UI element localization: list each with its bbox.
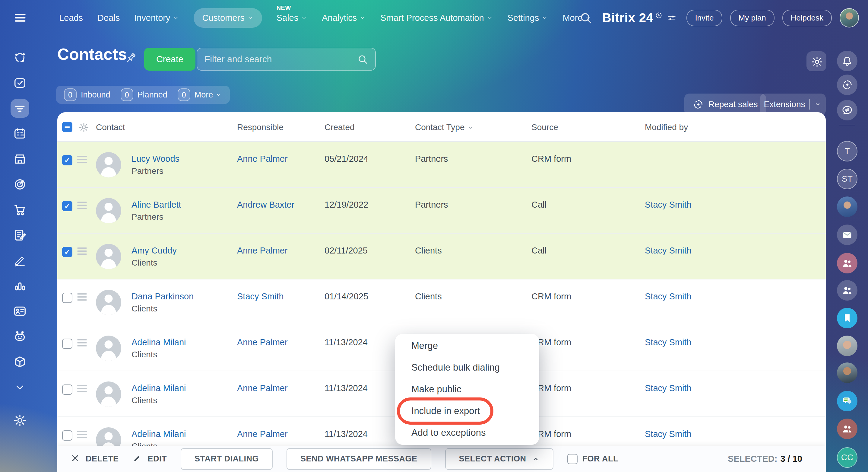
rail-item-chat-cc[interactable]: CC bbox=[837, 447, 858, 468]
modified-by-link[interactable]: Stacy Smith bbox=[645, 429, 691, 439]
for-all-control[interactable]: FOR ALL bbox=[567, 454, 618, 464]
menu-item-add-to-exceptions[interactable]: Add to exceptions bbox=[395, 422, 539, 444]
row-checkbox[interactable] bbox=[62, 384, 72, 395]
rail-item-chat-t[interactable]: T bbox=[837, 141, 858, 161]
row-checkbox[interactable]: ✓ bbox=[62, 201, 72, 211]
sidebar-item-sales[interactable] bbox=[10, 200, 29, 219]
helpdesk-button[interactable]: Helpdesk bbox=[782, 10, 832, 26]
edit-button[interactable]: EDIT bbox=[133, 453, 167, 465]
rail-item-mail[interactable] bbox=[837, 225, 858, 245]
counter-inbound[interactable]: 0Inbound bbox=[64, 88, 111, 101]
sidebar-item-inventory[interactable] bbox=[10, 353, 29, 371]
contact-name-link[interactable]: Adelina Milani bbox=[131, 383, 186, 393]
nav-item-leads[interactable]: Leads bbox=[59, 8, 83, 28]
responsible-link[interactable]: Anne Palmer bbox=[237, 383, 288, 393]
drag-handle-icon[interactable] bbox=[77, 156, 87, 163]
row-checkbox[interactable] bbox=[62, 293, 72, 303]
sidebar-item-sites-stores[interactable] bbox=[10, 150, 29, 168]
responsible-link[interactable]: Stacy Smith bbox=[237, 292, 284, 301]
modified-by-link[interactable]: Stacy Smith bbox=[645, 200, 691, 209]
counter-more[interactable]: 0More bbox=[178, 88, 222, 101]
menu-item-include-in-export[interactable]: Include in export bbox=[395, 400, 539, 422]
modified-by-link[interactable]: Stacy Smith bbox=[645, 292, 691, 301]
rail-item-chat-user-woman[interactable] bbox=[837, 197, 858, 217]
column-created[interactable]: Created bbox=[324, 122, 355, 132]
menu-item-schedule-bulk-dialing[interactable]: Schedule bulk dialing bbox=[395, 357, 539, 379]
delete-button[interactable]: DELETE bbox=[70, 453, 119, 465]
sidebar-item-analytics[interactable] bbox=[10, 276, 29, 295]
column-contact[interactable]: Contact bbox=[96, 122, 125, 132]
rail-item-saved-messages[interactable] bbox=[837, 308, 858, 328]
rail-item-group-chat-2[interactable] bbox=[837, 280, 858, 301]
nav-item-settings[interactable]: Settings bbox=[507, 8, 548, 28]
menu-item-merge[interactable]: Merge bbox=[395, 335, 539, 357]
sidebar-item-marketing[interactable] bbox=[10, 175, 29, 194]
drag-handle-icon[interactable] bbox=[77, 339, 87, 347]
row-checkbox[interactable]: ✓ bbox=[62, 155, 72, 166]
rail-item-copilot[interactable] bbox=[837, 75, 858, 95]
modified-by-link[interactable]: Stacy Smith bbox=[645, 337, 691, 347]
responsible-link[interactable]: Anne Palmer bbox=[237, 337, 288, 347]
contact-name-link[interactable]: Aline Bartlett bbox=[131, 200, 181, 209]
view-settings-button[interactable] bbox=[806, 51, 826, 71]
filter-search-input[interactable] bbox=[205, 54, 357, 64]
column-modified-by[interactable]: Modified by bbox=[645, 122, 688, 132]
nav-item-smart-process-automation[interactable]: Smart Process Automation bbox=[380, 8, 493, 28]
drag-handle-icon[interactable] bbox=[77, 431, 87, 438]
nav-item-sales[interactable]: NEWSales bbox=[277, 8, 308, 28]
send-whatsapp-button[interactable]: SEND WHATSAPP MESSAGE bbox=[286, 448, 431, 470]
gear-icon[interactable] bbox=[79, 122, 89, 133]
rail-item-chat-user-man-2[interactable] bbox=[837, 362, 858, 383]
responsible-link[interactable]: Andrew Baxter bbox=[237, 200, 294, 209]
sidebar-item-crm[interactable] bbox=[10, 99, 29, 118]
pin-icon[interactable] bbox=[124, 52, 137, 65]
sidebar-item-collaboration[interactable] bbox=[10, 48, 29, 67]
contact-name-link[interactable]: Amy Cuddy bbox=[131, 246, 177, 255]
drag-handle-icon[interactable] bbox=[77, 293, 87, 301]
rail-item-open-channel[interactable] bbox=[837, 391, 858, 411]
nav-item-deals[interactable]: Deals bbox=[97, 8, 120, 28]
rail-item-group-chat-3[interactable] bbox=[837, 419, 858, 439]
rail-item-group-chat-1[interactable] bbox=[837, 253, 858, 273]
contact-name-link[interactable]: Adelina Milani bbox=[131, 429, 186, 439]
create-button[interactable]: Create bbox=[144, 48, 195, 70]
sliders-icon[interactable] bbox=[666, 13, 677, 23]
drag-handle-icon[interactable] bbox=[77, 202, 87, 209]
modified-by-link[interactable]: Stacy Smith bbox=[645, 383, 691, 393]
row-checkbox[interactable]: ✓ bbox=[62, 247, 72, 257]
contact-name-link[interactable]: Lucy Woods bbox=[131, 154, 180, 164]
user-avatar[interactable] bbox=[840, 8, 859, 27]
select-action-button[interactable]: SELECT ACTION bbox=[445, 448, 553, 470]
menu-item-make-public[interactable]: Make public bbox=[395, 379, 539, 400]
column-responsible[interactable]: Responsible bbox=[237, 122, 283, 132]
invite-button[interactable]: Invite bbox=[686, 10, 722, 26]
drag-handle-icon[interactable] bbox=[77, 385, 87, 392]
sidebar-item-calendar[interactable] bbox=[10, 124, 29, 143]
counter-planned[interactable]: 0Planned bbox=[121, 88, 167, 101]
column-source[interactable]: Source bbox=[531, 122, 558, 132]
rail-item-notifications[interactable] bbox=[837, 51, 858, 71]
sidebar-item-documents[interactable] bbox=[10, 226, 29, 244]
nav-item-analytics[interactable]: Analytics bbox=[322, 8, 366, 28]
sidebar-item-contact-center[interactable] bbox=[10, 302, 29, 321]
nav-item-customers[interactable]: Customers bbox=[194, 8, 262, 28]
start-dialing-button[interactable]: START DIALING bbox=[181, 448, 273, 470]
sidebar-item-ai-assistant[interactable] bbox=[10, 327, 29, 346]
rail-item-chat-user-man-1[interactable] bbox=[837, 335, 858, 356]
my-plan-button[interactable]: My plan bbox=[730, 10, 775, 26]
sidebar-item-e-signature[interactable] bbox=[10, 251, 29, 270]
row-checkbox[interactable] bbox=[62, 338, 72, 349]
sidebar-item-more[interactable] bbox=[10, 378, 29, 396]
contact-name-link[interactable]: Dana Parkinson bbox=[131, 292, 194, 301]
select-all-checkbox[interactable] bbox=[62, 122, 72, 132]
rail-item-messenger[interactable] bbox=[837, 100, 858, 120]
drag-handle-icon[interactable] bbox=[77, 247, 87, 255]
search-icon[interactable] bbox=[579, 11, 592, 25]
sidebar-item-tasks[interactable] bbox=[10, 73, 29, 92]
responsible-link[interactable]: Anne Palmer bbox=[237, 429, 288, 439]
hamburger-menu-icon[interactable] bbox=[13, 11, 27, 25]
sidebar-item-settings[interactable] bbox=[10, 411, 29, 430]
modified-by-link[interactable]: Stacy Smith bbox=[645, 246, 691, 255]
for-all-checkbox[interactable] bbox=[567, 454, 578, 464]
column-contact-type[interactable]: Contact Type bbox=[415, 122, 474, 132]
